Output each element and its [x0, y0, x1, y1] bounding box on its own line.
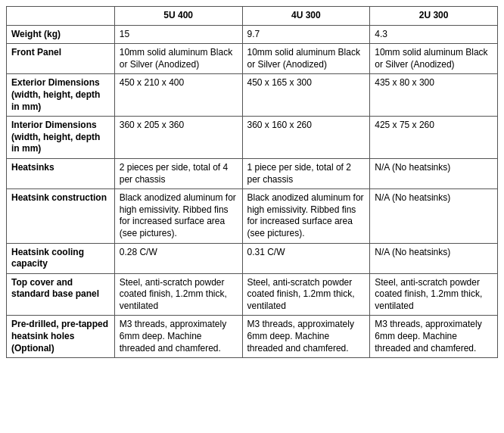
row-5-col1: Black anodized aluminum for high emissiv…: [114, 189, 242, 243]
row-6-col2: 0.31 C/W: [242, 243, 370, 273]
table-row: Front Panel10mm solid aluminum Black or …: [7, 44, 498, 74]
row-0-col3: 4.3: [370, 25, 498, 44]
row-0-col2: 9.7: [242, 25, 370, 44]
row-8-col2: M3 threads, approximately 6mm deep. Mach…: [242, 316, 370, 358]
table-row: Interior Dimensions (width, height, dept…: [7, 117, 498, 159]
row-5-col3: N/A (No heatsinks): [370, 189, 498, 243]
table-row: Heatsink constructionBlack anodized alum…: [7, 189, 498, 243]
row-1-col1: 10mm solid aluminum Black or Silver (Ano…: [114, 44, 242, 74]
table-row: Weight (kg)159.74.3: [7, 25, 498, 44]
table-header-row: 5U 400 4U 300 2U 300: [7, 7, 498, 26]
table-row: Exterior Dimensions (width, height, dept…: [7, 74, 498, 117]
row-2-col1: 450 x 210 x 400: [114, 74, 242, 117]
row-label: Front Panel: [7, 44, 115, 74]
header-col2: 4U 300: [242, 7, 370, 26]
specs-table: 5U 400 4U 300 2U 300 Weight (kg)159.74.3…: [6, 6, 498, 358]
header-label: [7, 7, 115, 26]
row-6-col3: N/A (No heatsinks): [370, 243, 498, 273]
row-3-col1: 360 x 205 x 360: [114, 117, 242, 159]
row-7-col1: Steel, anti-scratch powder coated finish…: [114, 273, 242, 316]
header-col3: 2U 300: [370, 7, 498, 26]
row-1-col3: 10mm solid aluminum Black or Silver (Ano…: [370, 44, 498, 74]
row-7-col2: Steel, anti-scratch powder coated finish…: [242, 273, 370, 316]
row-0-col1: 15: [114, 25, 242, 44]
row-3-col2: 360 x 160 x 260: [242, 117, 370, 159]
row-5-col2: Black anodized aluminum for high emissiv…: [242, 189, 370, 243]
row-label: Heatsink cooling capacity: [7, 243, 115, 273]
table-row: Top cover and standard base panelSteel, …: [7, 273, 498, 316]
row-label: Interior Dimensions (width, height, dept…: [7, 117, 115, 159]
row-6-col1: 0.28 C/W: [114, 243, 242, 273]
header-col1: 5U 400: [114, 7, 242, 26]
row-2-col2: 450 x 165 x 300: [242, 74, 370, 117]
row-label: Pre-drilled, pre-tapped heatsink holes (…: [7, 316, 115, 358]
row-label: Exterior Dimensions (width, height, dept…: [7, 74, 115, 117]
row-label: Top cover and standard base panel: [7, 273, 115, 316]
row-4-col1: 2 pieces per side, total of 4 per chassi…: [114, 158, 242, 188]
table-row: Heatsink cooling capacity0.28 C/W0.31 C/…: [7, 243, 498, 273]
row-4-col3: N/A (No heatsinks): [370, 158, 498, 188]
row-1-col2: 10mm solid aluminum Black or Silver (Ano…: [242, 44, 370, 74]
row-3-col3: 425 x 75 x 260: [370, 117, 498, 159]
table-row: Pre-drilled, pre-tapped heatsink holes (…: [7, 316, 498, 358]
row-4-col2: 1 piece per side, total of 2 per chassis: [242, 158, 370, 188]
row-7-col3: Steel, anti-scratch powder coated finish…: [370, 273, 498, 316]
table-row: Heatsinks2 pieces per side, total of 4 p…: [7, 158, 498, 188]
row-8-col3: M3 threads, approximately 6mm deep. Mach…: [370, 316, 498, 358]
row-label: Heatsink construction: [7, 189, 115, 243]
row-2-col3: 435 x 80 x 300: [370, 74, 498, 117]
row-label: Weight (kg): [7, 25, 115, 44]
row-8-col1: M3 threads, approximately 6mm deep. Mach…: [114, 316, 242, 358]
row-label: Heatsinks: [7, 158, 115, 188]
